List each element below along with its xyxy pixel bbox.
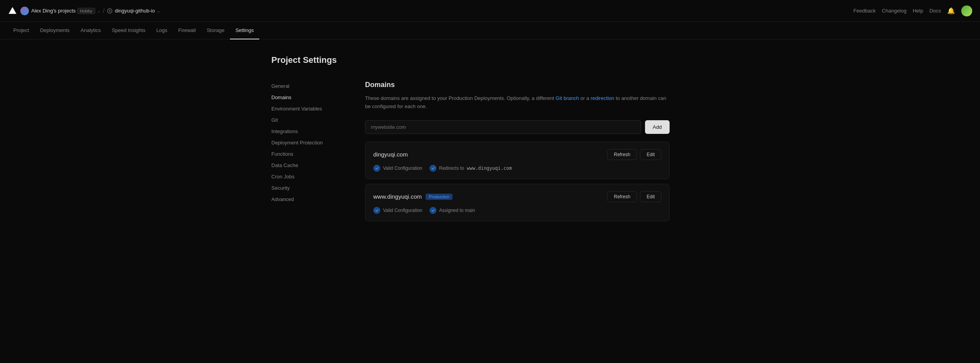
sidebar-item-integrations[interactable]: Integrations — [271, 126, 342, 137]
repo-expand-icon[interactable]: ⌄ — [157, 8, 160, 14]
status-valid-2: Valid Configuration — [373, 207, 422, 214]
settings-layout: General Domains Environment Variables Gi… — [271, 81, 709, 226]
section-title: Domains — [365, 81, 670, 89]
page-title: Project Settings — [271, 55, 709, 65]
settings-main: Domains These domains are assigned to yo… — [365, 81, 670, 226]
domain-card-2: www.dingyuqi.com Production Refresh Edit — [365, 184, 670, 221]
domain-input[interactable] — [365, 120, 641, 134]
domain-card-header-2: www.dingyuqi.com Production Refresh Edit — [373, 191, 661, 202]
sidebar-item-advanced[interactable]: Advanced — [271, 194, 342, 205]
sidebar-item-env-vars[interactable]: Environment Variables — [271, 103, 342, 114]
check-icon-4 — [429, 207, 437, 214]
hobby-badge: Hobby — [77, 8, 95, 14]
repo-icon — [107, 8, 112, 14]
nav-speed-insights[interactable]: Speed Insights — [106, 22, 151, 39]
status-valid-1: Valid Configuration — [373, 165, 422, 172]
nav-settings[interactable]: Settings — [230, 22, 259, 39]
edit-button-2[interactable]: Edit — [640, 191, 661, 202]
top-navigation: Alex Ding's projects Hobby ⌄ / dingyuqi-… — [0, 0, 980, 22]
notifications-icon[interactable]: 🔔 — [947, 7, 955, 14]
sidebar-item-security[interactable]: Security — [271, 183, 342, 193]
refresh-button-2[interactable]: Refresh — [607, 191, 637, 202]
repo-name[interactable]: dingyuqi-github-io ⌄ — [115, 8, 160, 14]
sidebar-item-cron-jobs[interactable]: Cron Jobs — [271, 171, 342, 182]
sidebar-item-deployment-protection[interactable]: Deployment Protection — [271, 137, 342, 148]
check-icon-2 — [429, 165, 437, 172]
nav-logs[interactable]: Logs — [151, 22, 173, 39]
domain-card-1: dingyuqi.com Refresh Edit Val — [365, 142, 670, 179]
nav-firewall[interactable]: Firewall — [173, 22, 201, 39]
page-content: Project Settings General Domains Environ… — [256, 39, 724, 242]
breadcrumb: Alex Ding's projects Hobby ⌄ / dingyuqi-… — [20, 7, 160, 15]
secondary-navigation: Project Deployments Analytics Speed Insi… — [0, 22, 980, 39]
docs-link[interactable]: Docs — [929, 8, 941, 14]
sidebar-item-domains[interactable]: Domains — [271, 92, 342, 103]
nav-left: Alex Ding's projects Hobby ⌄ / dingyuqi-… — [8, 6, 160, 16]
domain-status-1: Valid Configuration Redirects to www.din… — [373, 165, 661, 172]
project-avatar — [20, 7, 29, 15]
refresh-button-1[interactable]: Refresh — [607, 149, 637, 160]
status-assigned-2: Assigned to main — [429, 207, 475, 214]
redirection-link[interactable]: redirection — [591, 95, 615, 101]
breadcrumb-separator: / — [103, 7, 105, 14]
project-name[interactable]: Alex Ding's projects Hobby ⌄ — [31, 8, 101, 14]
domain-name-1: dingyuqi.com — [373, 151, 408, 158]
check-icon-1 — [373, 165, 380, 172]
domain-input-row: Add — [365, 120, 670, 134]
sidebar-item-data-cache[interactable]: Data Cache — [271, 160, 342, 171]
sidebar-item-functions[interactable]: Functions — [271, 149, 342, 159]
nav-project[interactable]: Project — [8, 22, 34, 39]
production-badge: Production — [426, 194, 453, 200]
edit-button-1[interactable]: Edit — [640, 149, 661, 160]
domain-actions-1: Refresh Edit — [607, 149, 661, 160]
sidebar-item-git[interactable]: Git — [271, 115, 342, 125]
domain-card-header-1: dingyuqi.com Refresh Edit — [373, 149, 661, 160]
domain-actions-2: Refresh Edit — [607, 191, 661, 202]
add-domain-button[interactable]: Add — [645, 120, 670, 134]
nav-storage[interactable]: Storage — [201, 22, 230, 39]
status-redirect-1: Redirects to www.dingyuqi.com — [429, 165, 512, 172]
settings-sidebar: General Domains Environment Variables Gi… — [271, 81, 342, 226]
check-icon-3 — [373, 207, 380, 214]
nav-deployments[interactable]: Deployments — [34, 22, 75, 39]
section-description: These domains are assigned to your Produ… — [365, 94, 670, 111]
feedback-link[interactable]: Feedback — [853, 8, 876, 14]
nav-analytics[interactable]: Analytics — [75, 22, 106, 39]
changelog-link[interactable]: Changelog — [882, 8, 907, 14]
vercel-logo-icon — [8, 6, 17, 16]
nav-right: Feedback Changelog Help Docs 🔔 — [853, 5, 972, 16]
help-link[interactable]: Help — [913, 8, 923, 14]
expand-icon[interactable]: ⌄ — [97, 8, 101, 14]
git-branch-link[interactable]: Git branch — [556, 95, 579, 101]
domain-status-2: Valid Configuration Assigned to main — [373, 207, 661, 214]
sidebar-item-general[interactable]: General — [271, 81, 342, 91]
domain-name-2: www.dingyuqi.com Production — [373, 193, 453, 200]
avatar[interactable] — [961, 5, 972, 16]
